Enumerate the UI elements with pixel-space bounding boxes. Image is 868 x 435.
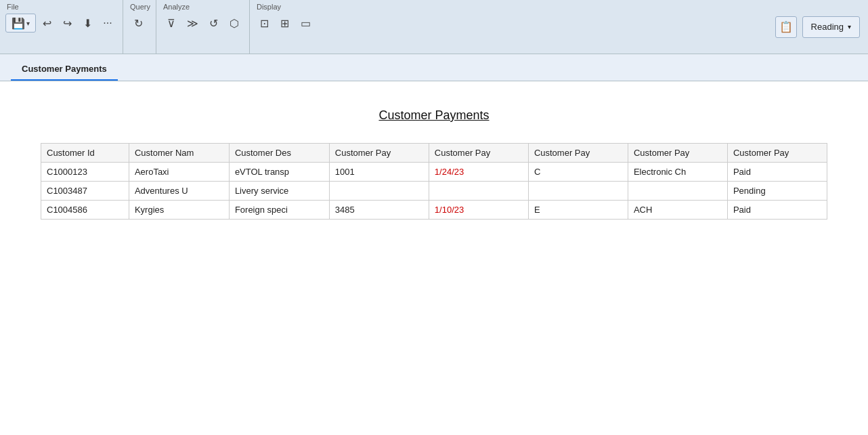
cell-row2-col4: 1/10/23 [429,201,528,220]
cell-row0-col5: C [528,163,628,182]
frame-icon: ⊡ [260,17,269,30]
refresh-icon: ↻ [134,17,143,30]
download-button[interactable]: ⬇ [78,14,97,33]
cell-row2-col0: C1004586 [41,201,129,220]
table-row: C1003487Adventures ULivery servicePendin… [41,182,827,201]
monitor-icon: ▭ [301,17,311,30]
report-title: Customer Payments [41,108,827,123]
filter-icon: ⊽ [167,17,175,30]
data-table: Customer Id Customer Nam Customer Des Cu… [41,143,827,220]
more-button[interactable]: ··· [98,14,117,33]
cell-row2-col2: Foreign speci [229,201,329,220]
frame-button[interactable]: ⊡ [255,14,274,33]
table-row: C1004586KyrgiesForeign speci34851/10/23E… [41,201,827,220]
add-frame-button[interactable]: ⊞ [276,14,295,33]
tab-customer-payments[interactable]: Customer Payments [11,58,118,81]
file-label: File [5,3,117,11]
col-customer-name: Customer Nam [129,144,229,163]
cell-row1-col4 [429,182,528,201]
toolbar: File 💾 ▾ ↩ ↪ ⬇ ··· Query ↻ [0,0,868,54]
col-pay4: Customer Pay [628,144,727,163]
more-icon: ··· [103,17,112,29]
analyze-label: Analyze [162,3,244,11]
tab-bar: Customer Payments [0,54,868,81]
cube-button[interactable]: ⬡ [225,14,244,33]
save-button[interactable]: 💾 ▾ [5,14,36,33]
display-label: Display [255,3,316,11]
content-area: Customer Payments Customer Id Customer N… [0,81,868,435]
query-buttons: ↻ [129,14,150,33]
col-customer-desc: Customer Des [229,144,329,163]
col-pay3: Customer Pay [528,144,628,163]
sort-button[interactable]: ≫ [182,14,203,33]
file-section: File 💾 ▾ ↩ ↪ ⬇ ··· [0,0,123,54]
cell-row0-col3: 1001 [329,163,429,182]
file-buttons: 💾 ▾ ↩ ↪ ⬇ ··· [5,14,117,33]
redo-icon: ↪ [63,17,72,30]
history-icon: ↺ [209,17,218,30]
scroll-area: Customer Id Customer Nam Customer Des Cu… [41,143,827,220]
clipboard-button[interactable]: 📋 [775,16,797,38]
query-section: Query ↻ [123,0,156,54]
reading-label: Reading [811,22,844,32]
table-body: C1000123AeroTaxieVTOL transp10011/24/23C… [41,163,827,220]
sort-icon: ≫ [187,17,198,30]
cell-row1-col5 [528,182,628,201]
cell-row1-col0: C1003487 [41,182,129,201]
cell-row1-col1: Adventures U [129,182,229,201]
col-customer-id: Customer Id [41,144,129,163]
table-row: C1000123AeroTaxieVTOL transp10011/24/23C… [41,163,827,182]
col-pay1: Customer Pay [329,144,429,163]
cell-row0-col4: 1/24/23 [429,163,528,182]
download-icon: ⬇ [83,17,92,30]
monitor-button[interactable]: ▭ [296,14,316,33]
header-row: Customer Id Customer Nam Customer Des Cu… [41,144,827,163]
cell-row0-col0: C1000123 [41,163,129,182]
undo-button[interactable]: ↩ [37,14,56,33]
save-icon: 💾 [12,17,25,30]
history-button[interactable]: ↺ [204,14,223,33]
toolbar-right: 📋 Reading ▾ [767,0,868,54]
col-pay5: Customer Pay [727,144,827,163]
cell-row0-col2: eVTOL transp [229,163,329,182]
cell-row0-col7: Paid [727,163,827,182]
reading-button[interactable]: Reading ▾ [802,16,860,38]
undo-icon: ↩ [43,17,51,30]
display-buttons: ⊡ ⊞ ▭ [255,14,316,33]
cell-row2-col1: Kyrgies [129,201,229,220]
cell-row2-col3: 3485 [329,201,429,220]
table-header: Customer Id Customer Nam Customer Des Cu… [41,144,827,163]
cell-row0-col1: AeroTaxi [129,163,229,182]
cell-row0-col6: Electronic Ch [628,163,727,182]
cell-row1-col3 [329,182,429,201]
reading-chevron-icon: ▾ [848,23,851,30]
cell-row1-col7: Pending [727,182,827,201]
cube-icon: ⬡ [230,17,239,30]
col-pay2: Customer Pay [429,144,528,163]
query-label: Query [129,3,150,11]
save-chevron-icon: ▾ [26,20,30,27]
refresh-button[interactable]: ↻ [129,14,148,33]
tab-label: Customer Payments [22,64,107,74]
redo-button[interactable]: ↪ [58,14,77,33]
display-section: Display ⊡ ⊞ ▭ [250,0,321,54]
cell-row1-col6 [628,182,727,201]
cell-row1-col2: Livery service [229,182,329,201]
filter-button[interactable]: ⊽ [162,14,181,33]
analyze-section: Analyze ⊽ ≫ ↺ ⬡ [156,0,250,54]
analyze-buttons: ⊽ ≫ ↺ ⬡ [162,14,244,33]
clipboard-icon: 📋 [779,20,793,33]
cell-row2-col5: E [528,201,628,220]
cell-row2-col6: ACH [628,201,727,220]
add-frame-icon: ⊞ [280,17,289,30]
cell-row2-col7: Paid [727,201,827,220]
